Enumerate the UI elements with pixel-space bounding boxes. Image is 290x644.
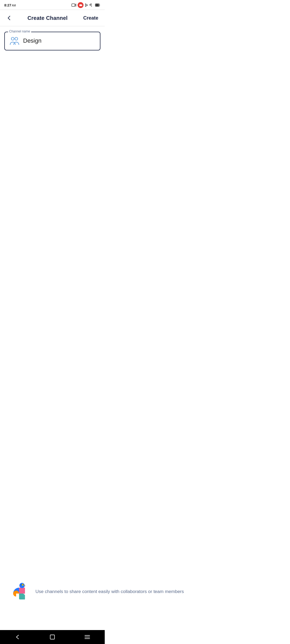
channel-name-label: Channel name <box>8 30 31 33</box>
svg-rect-0 <box>72 4 75 6</box>
svg-point-6 <box>15 37 17 40</box>
channel-group-icon <box>9 35 20 46</box>
channel-name-input[interactable] <box>23 37 97 44</box>
nav-bar: Create Channel Create <box>0 10 105 26</box>
signal-icon <box>89 3 94 7</box>
content-area: Channel name <box>0 26 105 61</box>
status-bar: 8:27AM <box>0 0 105 10</box>
svg-point-5 <box>11 37 14 40</box>
svg-rect-1 <box>79 4 82 6</box>
svg-rect-4 <box>96 4 99 6</box>
status-time: 8:27AM <box>4 3 16 7</box>
camera-icon <box>71 3 76 7</box>
status-icons <box>71 2 100 8</box>
input-row <box>9 35 96 46</box>
bluetooth-icon <box>85 3 88 8</box>
battery-icon <box>95 3 100 7</box>
page-title: Create Channel <box>27 15 68 21</box>
record-icon <box>78 2 84 8</box>
svg-point-2 <box>91 6 92 7</box>
channel-name-field[interactable]: Channel name <box>4 32 100 50</box>
back-button[interactable] <box>4 13 14 23</box>
create-button[interactable]: Create <box>81 14 100 22</box>
